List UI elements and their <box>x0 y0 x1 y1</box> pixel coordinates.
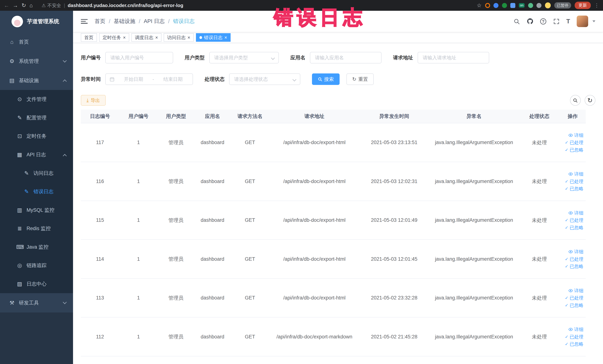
sidebar-item-config-management[interactable]: ✎ 配置管理 <box>0 108 73 127</box>
cell-request-url: /api/infra/db-doc/export-html <box>269 201 359 240</box>
mark-processed-link[interactable]: ✓已处理 <box>565 295 583 300</box>
search-button[interactable]: 搜索 <box>312 73 340 85</box>
mark-ignored-link[interactable]: ✓已忽略 <box>565 303 583 308</box>
reset-button[interactable]: ↻ 重置 <box>347 73 374 85</box>
detail-link[interactable]: 详细 <box>568 288 583 293</box>
mark-ignored-link[interactable]: ✓已忽略 <box>565 148 583 152</box>
mark-ignored-link[interactable]: ✓已忽略 <box>565 225 583 230</box>
bookmark-star-icon[interactable]: ☆ <box>477 3 482 8</box>
forward-icon[interactable]: → <box>13 3 18 8</box>
table-row: 116 1 管理员 dashboard GET /api/infra/db-do… <box>81 162 586 201</box>
tab-error-log[interactable]: 错误日志 × <box>196 33 231 42</box>
refresh-icon: ↻ <box>352 77 357 82</box>
close-icon[interactable]: × <box>155 35 158 40</box>
reload-icon[interactable]: ↻ <box>22 3 26 8</box>
back-icon[interactable]: ← <box>4 3 9 8</box>
browser-menu-icon[interactable]: ⋮ <box>594 2 599 8</box>
sidebar-item-dev-tools[interactable]: ⚒ 研发工具 <box>0 293 73 312</box>
extension-on-badge[interactable]: on <box>519 3 525 8</box>
help-icon[interactable]: ? <box>540 18 546 24</box>
check-icon: ✓ <box>565 218 568 222</box>
extension-icon-3[interactable] <box>502 3 507 8</box>
process-status-select[interactable]: 请选择处理状态 <box>229 73 300 85</box>
extension-icon-6[interactable] <box>536 3 542 8</box>
sidebar-item-file-management[interactable]: ⊙ 文件管理 <box>0 90 73 108</box>
sidebar-item-api-log[interactable]: ▦ API 日志 <box>0 145 73 164</box>
home-icon[interactable]: ⌂ <box>29 3 33 8</box>
cell-exception-name: java.lang.IllegalArgumentException <box>429 123 519 162</box>
detail-link[interactable]: 详细 <box>568 211 583 215</box>
user-id-input[interactable] <box>105 52 173 63</box>
table-row: 117 1 管理员 dashboard GET /api/infra/db-do… <box>81 123 586 162</box>
request-url-input[interactable] <box>418 52 489 63</box>
breadcrumb-api-log[interactable]: API 日志 <box>144 18 165 25</box>
user-avatar[interactable] <box>577 16 588 27</box>
cell-exception-name: java.lang.IllegalArgumentException <box>429 279 519 317</box>
end-date-placeholder[interactable]: 结束日期 <box>157 76 189 82</box>
sync-paused-badge[interactable]: 已暂停 <box>554 2 571 8</box>
mark-processed-link[interactable]: ✓已处理 <box>565 257 583 261</box>
address-bar[interactable]: ⚠ 不安全 | dashboard.yudao.iocoder.cn/infra… <box>42 2 473 9</box>
mark-processed-link[interactable]: ✓已处理 <box>565 140 583 145</box>
fullscreen-icon[interactable] <box>553 18 560 25</box>
col-exception-time: 异常发生时间 <box>359 110 429 123</box>
mark-processed-link[interactable]: ✓已处理 <box>565 179 583 184</box>
github-icon[interactable] <box>527 18 533 25</box>
tab-home[interactable]: 首页 <box>81 33 97 42</box>
calendar-icon <box>110 77 115 82</box>
sidebar-item-scheduled-task[interactable]: ⊡ 定时任务 <box>0 127 73 146</box>
app-name-label: 应用名 <box>290 54 305 61</box>
sidebar-item-log-center[interactable]: ▨ 日志中心 <box>0 275 73 293</box>
chevron-up-icon <box>63 154 67 158</box>
detail-link[interactable]: 详细 <box>568 133 583 138</box>
detail-link[interactable]: 详细 <box>568 327 583 332</box>
extension-icon-2[interactable] <box>493 3 499 8</box>
close-icon[interactable]: × <box>188 35 190 40</box>
mark-ignored-link[interactable]: ✓已忽略 <box>565 342 583 346</box>
collapse-sidebar-icon[interactable] <box>81 19 88 24</box>
extension-icon-4[interactable] <box>510 3 515 8</box>
profile-avatar-icon[interactable] <box>545 2 551 8</box>
app-name-input[interactable] <box>310 52 382 63</box>
search-icon[interactable] <box>513 18 520 25</box>
extension-icon-1[interactable] <box>485 3 490 8</box>
toggle-search-button[interactable] <box>570 95 581 106</box>
sidebar-item-infrastructure[interactable]: ▤ 基础设施 <box>0 71 73 90</box>
close-icon[interactable]: × <box>224 35 227 40</box>
user-type-select[interactable]: 请选择用户类型 <box>209 52 279 63</box>
eye-icon <box>568 133 573 138</box>
update-button[interactable]: 更新 <box>575 2 591 9</box>
breadcrumb-infrastructure[interactable]: 基础设施 <box>114 18 135 25</box>
sidebar-item-redis-monitor[interactable]: ≣ Redis 监控 <box>0 219 73 238</box>
chevron-down-icon <box>63 300 67 304</box>
detail-link[interactable]: 详细 <box>568 249 583 254</box>
sidebar-item-access-log[interactable]: ✎ 访问日志 <box>0 164 73 182</box>
security-warning[interactable]: ⚠ 不安全 <box>42 2 61 9</box>
avatar-caret-icon[interactable] <box>592 20 595 22</box>
sidebar-item-trace[interactable]: ◎ 链路追踪 <box>0 256 73 275</box>
tab-schedule-log[interactable]: 调度日志 × <box>131 33 162 42</box>
detail-link[interactable]: 详细 <box>568 172 583 176</box>
tab-access-log[interactable]: 访问日志 × <box>164 33 194 42</box>
app-logo[interactable]: 芋道管理系统 <box>0 11 73 32</box>
breadcrumb-home[interactable]: 首页 <box>94 18 105 25</box>
font-size-icon[interactable]: T <box>566 18 570 25</box>
sidebar-item-system-management[interactable]: ⚙ 系统管理 <box>0 52 73 71</box>
refresh-table-button[interactable]: ↻ <box>585 95 595 106</box>
export-button[interactable]: ⤓ 导出 <box>81 95 106 106</box>
mark-ignored-link[interactable]: ✓已忽略 <box>565 264 583 269</box>
mark-ignored-link[interactable]: ✓已忽略 <box>565 186 583 191</box>
mysql-monitor-icon: ▥ <box>16 207 23 213</box>
close-icon[interactable]: × <box>123 35 126 40</box>
url-text[interactable]: dashboard.yudao.iocoder.cn/infra/log/api… <box>68 3 183 8</box>
sidebar-item-error-log[interactable]: ✎ 错误日志 <box>0 182 73 201</box>
sidebar-item-java-monitor[interactable]: ⌨ Java 监控 <box>0 238 73 256</box>
sidebar-item-mysql-monitor[interactable]: ▥ MySQL 监控 <box>0 201 73 219</box>
date-range-picker[interactable]: 开始日期 - 结束日期 <box>105 73 193 85</box>
extension-icon-5[interactable] <box>528 3 533 8</box>
tab-scheduled-task[interactable]: 定时任务 × <box>99 33 129 42</box>
mark-processed-link[interactable]: ✓已处理 <box>565 335 583 339</box>
start-date-placeholder[interactable]: 开始日期 <box>118 76 150 82</box>
mark-processed-link[interactable]: ✓已处理 <box>565 218 583 223</box>
sidebar-item-home[interactable]: ⌂ 首页 <box>0 32 73 52</box>
